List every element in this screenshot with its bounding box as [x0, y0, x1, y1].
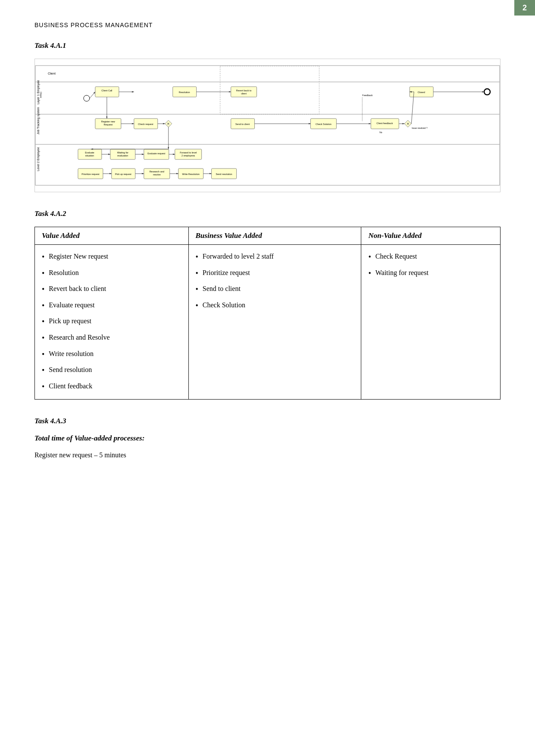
list-item: Check Solution	[196, 298, 354, 314]
svg-text:Send to client: Send to client	[235, 123, 250, 125]
svg-text:No: No	[379, 131, 382, 134]
svg-text:Revert back to: Revert back to	[236, 89, 251, 92]
svg-text:Check request: Check request	[138, 123, 153, 125]
col-header-non-value: Non-Value Added	[361, 227, 501, 245]
svg-text:2 employees: 2 employees	[181, 154, 195, 157]
task-4a1-label: Task 4.A.1	[34, 41, 501, 50]
task-4a3-body: Register new request – 5 minutes	[34, 450, 501, 461]
svg-text:Evaluate: Evaluate	[85, 151, 94, 154]
svg-text:client: client	[241, 92, 247, 95]
col-header-value-added: Value Added	[35, 227, 189, 245]
business-value-list: Forwarded to level 2 staff Prioritize re…	[196, 249, 354, 314]
svg-text:Forward to level: Forward to level	[180, 151, 197, 154]
task-4a3-section: Task 4.A.3 Total time of Value-added pro…	[34, 417, 501, 461]
svg-text:Write Resolution: Write Resolution	[182, 173, 200, 175]
svg-text:Evaluate request: Evaluate request	[147, 152, 166, 155]
svg-text:Client feedback: Client feedback	[376, 122, 393, 125]
list-item: Prioritize request	[196, 266, 354, 282]
svg-text:Prioritize request: Prioritize request	[81, 173, 100, 175]
svg-line-16	[90, 92, 95, 98]
svg-text:Request: Request	[104, 123, 113, 126]
list-item: Register New request	[42, 249, 181, 266]
list-item: Client feedback	[42, 379, 181, 395]
svg-point-13	[84, 95, 90, 101]
svg-text:evaluation: evaluation	[117, 154, 128, 157]
svg-text:Send resolution: Send resolution	[216, 173, 232, 175]
page-number: 2	[514, 0, 535, 16]
svg-rect-3	[35, 66, 500, 82]
svg-text:Client: Client	[48, 72, 56, 75]
list-item: Resolution	[42, 266, 181, 282]
task-4a2-section: Task 4.A.2 Value Added Business Value Ad…	[34, 209, 501, 400]
list-item: Revert back to client	[42, 281, 181, 298]
svg-text:Waiting for: Waiting for	[117, 151, 128, 154]
list-item: Forwarded to level 2 staff	[196, 249, 354, 266]
svg-point-24	[484, 89, 490, 95]
svg-text:Check Solution: Check Solution	[316, 123, 332, 125]
svg-rect-9	[35, 144, 500, 185]
page-header: BUSINESS PROCESS MANAGEMENT	[34, 22, 501, 28]
list-item: Check Request	[368, 249, 493, 266]
svg-text:Resolution: Resolution	[179, 91, 190, 94]
svg-text:resolve: resolve	[153, 173, 161, 176]
task-4a2-label: Task 4.A.2	[34, 209, 501, 218]
task-4a1-section: Task 4.A.1 Client Layer 1	[34, 41, 501, 192]
svg-text:✕: ✕	[407, 122, 410, 126]
svg-text:Pick up request: Pick up request	[115, 173, 131, 175]
business-value-cell: Forwarded to level 2 staff Prioritize re…	[188, 245, 361, 400]
svg-text:Issue resolved ?: Issue resolved ?	[412, 127, 428, 129]
svg-text:Client Call: Client Call	[101, 89, 112, 92]
svg-text:✕: ✕	[167, 122, 170, 126]
svg-text:Closed: Closed	[418, 91, 425, 94]
value-classification-table: Value Added Business Value Added Non-Val…	[34, 227, 501, 400]
svg-text:Register new: Register new	[101, 120, 115, 123]
list-item: Write resolution	[42, 347, 181, 363]
page: 2 BUSINESS PROCESS MANAGEMENT Task 4.A.1	[0, 0, 535, 756]
non-value-cell: Check Request Waiting for request	[361, 245, 501, 400]
bpmn-diagram: Client Layer 1 Employee Job Tracking sys…	[34, 59, 501, 192]
non-value-list: Check Request Waiting for request	[368, 249, 493, 281]
value-added-cell: Register New request Resolution Revert b…	[35, 245, 189, 400]
task-4a3-subtitle: Total time of Value-added processes:	[34, 434, 501, 443]
list-item: Send to client	[196, 281, 354, 298]
list-item: Pick up request	[42, 314, 181, 330]
list-item: Research and Resolve	[42, 330, 181, 347]
col-header-business-value: Business Value Added	[188, 227, 361, 245]
value-added-list: Register New request Resolution Revert b…	[42, 249, 181, 395]
list-item: Send resolution	[42, 362, 181, 379]
svg-text:Job Tracking system: Job Tracking system	[37, 107, 40, 134]
svg-text:situation: situation	[85, 154, 94, 157]
list-item: Evaluate request	[42, 298, 181, 314]
svg-text:Client: Client	[40, 92, 42, 98]
svg-text:Level 2 Employee: Level 2 Employee	[37, 147, 40, 171]
svg-text:Research and: Research and	[150, 170, 164, 173]
svg-text:Feedback: Feedback	[362, 94, 372, 97]
task-4a3-label: Task 4.A.3	[34, 417, 501, 425]
table-row: Register New request Resolution Revert b…	[35, 245, 501, 400]
list-item: Waiting for request	[368, 266, 493, 282]
